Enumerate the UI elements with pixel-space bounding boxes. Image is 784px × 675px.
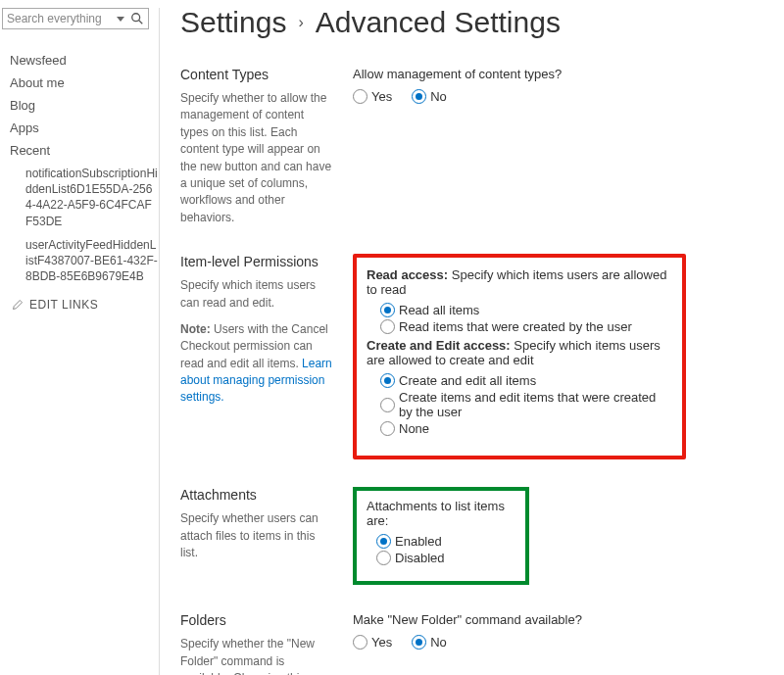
content-types-left: Content Types Specify whether to allow t… <box>180 67 353 226</box>
section-attachments: Attachments Specify whether users can at… <box>180 487 764 585</box>
radio-content-types-yes-label: Yes <box>371 89 392 104</box>
nav-recent[interactable]: Recent <box>2 139 159 162</box>
attachments-desc: Specify whether users can attach files t… <box>180 510 335 561</box>
radio-read-all-label: Read all items <box>399 303 479 317</box>
svg-point-0 <box>132 14 140 22</box>
radio-attach-disabled-label: Disabled <box>395 551 445 565</box>
nav-newsfeed[interactable]: Newsfeed <box>2 49 159 72</box>
chevron-down-icon[interactable] <box>117 17 124 22</box>
folders-left: Folders Specify whether the "New Folder"… <box>180 612 353 675</box>
content-types-question: Allow management of content types? <box>353 67 764 81</box>
breadcrumb-separator-icon: › <box>296 14 305 31</box>
permissions-heading: Item-level Permissions <box>180 254 335 269</box>
radio-read-own-label: Read items that were created by the user <box>399 319 632 334</box>
nav-recent-item-1[interactable]: notificationSubscriptionHiddenList6D1E55… <box>2 162 159 233</box>
radio-folders-yes-label: Yes <box>371 635 392 650</box>
radio-read-own[interactable] <box>380 319 395 334</box>
radio-create-all-label: Create and edit all items <box>399 373 536 388</box>
search-box[interactable] <box>2 8 149 29</box>
radio-create-none[interactable] <box>380 421 395 436</box>
nav-recent-item-2[interactable]: userActivityFeedHiddenListF4387007-BE61-… <box>2 233 159 289</box>
folders-heading: Folders <box>180 612 335 628</box>
search-icon[interactable] <box>130 12 144 25</box>
permissions-highlight-box: Read access: Specify which items users a… <box>353 254 686 459</box>
attachments-left: Attachments Specify whether users can at… <box>180 487 353 561</box>
radio-create-own-label: Create items and edit items that were cr… <box>399 390 672 419</box>
content-types-right: Allow management of content types? Yes N… <box>353 67 764 106</box>
radio-folders-yes[interactable] <box>353 635 368 650</box>
permissions-desc: Specify which items users can read and e… <box>180 277 335 312</box>
permissions-note: Note: Users with the Cancel Checkout per… <box>180 321 335 407</box>
folders-right: Make "New Folder" command available? Yes… <box>353 612 764 651</box>
svg-line-1 <box>139 21 143 24</box>
folders-question: Make "New Folder" command available? <box>353 612 764 627</box>
attachments-question: Attachments to list items are: <box>367 499 515 528</box>
radio-attach-disabled[interactable] <box>376 551 391 565</box>
search-input[interactable] <box>7 12 117 25</box>
breadcrumb-current: Advanced Settings <box>316 6 561 39</box>
edit-links-button[interactable]: EDIT LINKS <box>2 288 159 312</box>
section-permissions: Item-level Permissions Specify which ite… <box>180 254 764 459</box>
edit-links-label: EDIT LINKS <box>29 298 98 312</box>
permissions-left: Item-level Permissions Specify which ite… <box>180 254 353 407</box>
nav-about-me[interactable]: About me <box>2 72 159 94</box>
content-types-desc: Specify whether to allow the management … <box>180 90 335 226</box>
nav-apps[interactable]: Apps <box>2 117 159 139</box>
radio-read-all[interactable] <box>380 303 395 317</box>
radio-folders-no-label: No <box>430 635 447 650</box>
sidebar: Newsfeed About me Blog Apps Recent notif… <box>2 8 160 675</box>
read-access-head: Read access: <box>367 267 448 282</box>
radio-attach-enabled[interactable] <box>376 534 391 549</box>
content-types-heading: Content Types <box>180 67 335 82</box>
radio-content-types-no[interactable] <box>412 89 426 104</box>
radio-create-none-label: None <box>399 421 429 436</box>
pencil-icon <box>12 299 24 311</box>
attachments-highlight-box: Attachments to list items are: Enabled D… <box>353 487 529 585</box>
breadcrumb-root[interactable]: Settings <box>180 6 286 39</box>
breadcrumb: Settings › Advanced Settings <box>180 6 764 39</box>
radio-create-own[interactable] <box>380 398 395 412</box>
radio-content-types-yes[interactable] <box>353 89 368 104</box>
radio-folders-no[interactable] <box>412 635 426 650</box>
nav-blog[interactable]: Blog <box>2 94 159 117</box>
section-content-types: Content Types Specify whether to allow t… <box>180 67 764 226</box>
create-access-head: Create and Edit access: <box>367 338 511 353</box>
attachments-heading: Attachments <box>180 487 335 503</box>
main-content: Settings › Advanced Settings Content Typ… <box>180 6 764 675</box>
folders-desc: Specify whether the "New Folder" command… <box>180 636 335 675</box>
section-folders: Folders Specify whether the "New Folder"… <box>180 612 764 675</box>
radio-content-types-no-label: No <box>430 89 447 104</box>
radio-create-all[interactable] <box>380 373 395 388</box>
radio-attach-enabled-label: Enabled <box>395 534 442 549</box>
